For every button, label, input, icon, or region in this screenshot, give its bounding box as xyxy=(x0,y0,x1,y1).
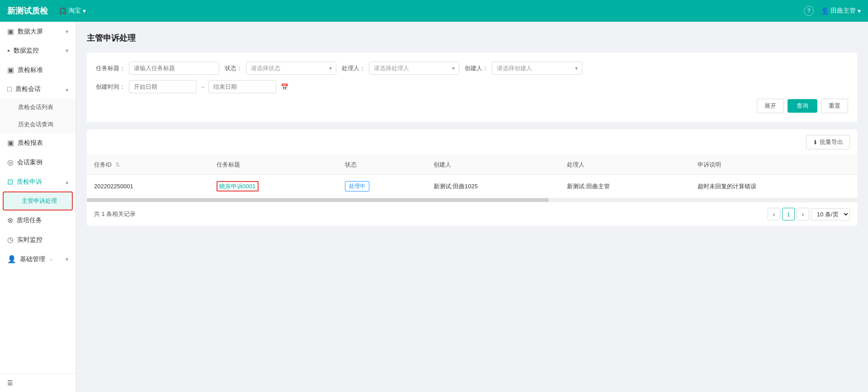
task-title-field: 任务标题： xyxy=(96,62,219,75)
nav-label: 淘宝 xyxy=(68,7,81,15)
create-time-label: 创建时间： xyxy=(96,83,125,91)
cell-appeal-note: 超时未回复的计算错误 xyxy=(690,175,857,198)
horizontal-scrollbar[interactable] xyxy=(87,198,857,202)
col-handler-label: 处理人 xyxy=(567,161,585,168)
table-wrap: 任务ID ⇅ 任务标题 状态 创建人 xyxy=(87,155,857,202)
creator-select-wrapper: 请选择创建人 xyxy=(492,62,582,75)
prev-page-button[interactable]: ‹ xyxy=(768,208,780,220)
header: 新测试质检 🎧 淘宝 ▾ ? 👤 田曲主管 ▾ xyxy=(0,0,868,22)
export-icon: ⬇ xyxy=(813,139,818,146)
export-label: 批量导出 xyxy=(820,138,843,146)
header-left: 新测试质检 🎧 淘宝 ▾ xyxy=(7,5,86,16)
sidebar-item-quality-chat-list[interactable]: 质检会话列表 xyxy=(0,99,75,116)
circle-icon: ○ xyxy=(50,257,53,262)
creator-field: 创建人： 请选择创建人 xyxy=(465,62,582,75)
sidebar-label-history-chat-query: 历史会话查询 xyxy=(18,121,53,128)
date-start-input[interactable] xyxy=(129,80,197,93)
chevron-quality-appeal-icon: ▴ xyxy=(66,179,68,185)
sidebar-label-basic-management: 基础管理 xyxy=(20,255,45,263)
sidebar-item-quality-appeal[interactable]: ⊡ 质检申诉 ▴ xyxy=(0,172,75,191)
current-page-button[interactable]: 1 xyxy=(782,208,795,220)
date-end-input[interactable] xyxy=(208,80,276,93)
sidebar-item-basic-management[interactable]: 👤 基础管理 ○ ▾ xyxy=(0,249,75,269)
sidebar-label-data-screen: 数据大屏 xyxy=(18,28,43,36)
pagination: 共 1 条相关记录 ‹ 1 › 10 条/页 xyxy=(87,202,857,226)
headset-icon: 🎧 xyxy=(59,7,66,14)
data-screen-icon: ▣ xyxy=(7,27,14,36)
sidebar-item-data-monitor[interactable]: ▪ 数据监控 ▾ xyxy=(0,41,75,60)
quality-chat-icon: □ xyxy=(7,85,12,93)
col-handler: 处理人 xyxy=(560,155,690,175)
layout: ▣ 数据大屏 ▾ ▪ 数据监控 ▾ ▣ 质检标准 □ 质检会话 ▴ 质检会话列表… xyxy=(0,22,868,392)
sidebar-item-quality-chat[interactable]: □ 质检会话 ▴ xyxy=(0,80,75,99)
search-row-1: 任务标题： 状态： 请选择状态 处理人： 请选择处理人 xyxy=(96,62,848,75)
sidebar-label-quality-report: 质检报表 xyxy=(18,139,43,147)
cell-handler: 新测试:田曲主管 xyxy=(560,175,690,198)
nav-chevron-icon: ▾ xyxy=(83,7,86,14)
col-appeal-note-label: 申诉说明 xyxy=(698,161,721,168)
quality-report-icon: ▣ xyxy=(7,139,14,147)
data-monitor-icon: ▪ xyxy=(7,47,10,55)
status-badge: 处理中 xyxy=(345,181,369,191)
expand-button[interactable]: 展开 xyxy=(757,99,784,113)
realtime-monitor-icon: ◷ xyxy=(7,235,14,244)
sidebar-item-quality-training[interactable]: ⊗ 质培任务 xyxy=(0,210,75,230)
sort-icon[interactable]: ⇅ xyxy=(115,162,120,168)
pagination-controls: ‹ 1 › 10 条/页 xyxy=(768,208,850,220)
sidebar-label-realtime-monitor: 实时监控 xyxy=(17,236,42,244)
sidebar-item-quality-report[interactable]: ▣ 质检报表 xyxy=(0,133,75,153)
status-select[interactable]: 请选择状态 xyxy=(246,62,336,75)
help-icon[interactable]: ? xyxy=(804,6,814,16)
pagination-total: 共 1 条相关记录 xyxy=(94,210,136,218)
task-title-link[interactable]: 晓东申诉0001 xyxy=(217,181,259,191)
col-appeal-note: 申诉说明 xyxy=(690,155,857,175)
reset-button[interactable]: 重置 xyxy=(821,99,848,113)
create-time-field: 创建时间： → 📅 xyxy=(96,80,288,93)
page-size-select[interactable]: 10 条/页 xyxy=(811,208,850,220)
handler-label: 处理人： xyxy=(342,64,365,72)
handler-select[interactable]: 请选择处理人 xyxy=(369,62,459,75)
header-right: ? 👤 田曲主管 ▾ xyxy=(804,6,861,16)
main-content: 主管申诉处理 任务标题： 状态： 请选择状态 处理人： xyxy=(76,22,868,392)
creator-select[interactable]: 请选择创建人 xyxy=(492,62,582,75)
sidebar: ▣ 数据大屏 ▾ ▪ 数据监控 ▾ ▣ 质检标准 □ 质检会话 ▴ 质检会话列表… xyxy=(0,22,76,392)
chevron-quality-chat-icon: ▴ xyxy=(66,86,68,92)
handler-field: 处理人： 请选择处理人 xyxy=(342,62,459,75)
chevron-data-monitor-icon: ▾ xyxy=(66,48,68,54)
sidebar-bottom: ☰ xyxy=(0,373,75,392)
table-body: 202202250001 晓东申诉0001 处理中 新测试:田曲1025 新测试… xyxy=(87,175,857,198)
col-task-title-label: 任务标题 xyxy=(217,161,240,168)
sidebar-item-history-chat-query[interactable]: 历史会话查询 xyxy=(0,116,75,133)
cell-task-title: 晓东申诉0001 xyxy=(209,175,338,198)
menu-collapse-icon[interactable]: ☰ xyxy=(7,379,13,387)
sidebar-item-chat-case[interactable]: ◎ 会话案例 xyxy=(0,153,75,172)
chevron-basic-management-icon: ▾ xyxy=(66,256,68,263)
cell-status: 处理中 xyxy=(338,175,426,198)
sidebar-item-realtime-monitor[interactable]: ◷ 实时监控 xyxy=(0,230,75,249)
cell-task-id: 202202250001 xyxy=(87,175,209,198)
sidebar-item-supervisor-appeal[interactable]: 主管申诉处理 xyxy=(3,191,73,210)
col-task-title: 任务标题 xyxy=(209,155,338,175)
sidebar-label-quality-appeal: 质检申诉 xyxy=(17,178,42,186)
query-button[interactable]: 查询 xyxy=(788,99,817,113)
task-title-input[interactable] xyxy=(129,62,219,75)
next-page-button[interactable]: › xyxy=(797,208,809,220)
search-panel: 任务标题： 状态： 请选择状态 处理人： 请选择处理人 xyxy=(87,53,857,122)
scrollbar-thumb[interactable] xyxy=(87,198,549,202)
sidebar-label-quality-chat: 质检会话 xyxy=(15,85,41,93)
user-menu[interactable]: 👤 田曲主管 ▾ xyxy=(821,7,861,15)
sidebar-item-quality-standard[interactable]: ▣ 质检标准 xyxy=(0,60,75,80)
date-range: → 📅 xyxy=(129,80,288,93)
quality-training-icon: ⊗ xyxy=(7,216,13,225)
quality-appeal-icon: ⊡ xyxy=(7,177,13,186)
table-toolbar: ⬇ 批量导出 xyxy=(87,129,857,155)
cell-creator: 新测试:田曲1025 xyxy=(426,175,560,198)
table-header: 任务ID ⇅ 任务标题 状态 创建人 xyxy=(87,155,857,175)
export-button[interactable]: ⬇ 批量导出 xyxy=(806,135,850,149)
sidebar-item-data-screen[interactable]: ▣ 数据大屏 ▾ xyxy=(0,22,75,41)
col-task-id-label: 任务ID xyxy=(94,161,112,168)
nav-menu[interactable]: 🎧 淘宝 ▾ xyxy=(59,7,86,15)
sidebar-label-data-monitor: 数据监控 xyxy=(14,47,39,55)
chevron-data-screen-icon: ▾ xyxy=(66,29,68,35)
col-status-label: 状态 xyxy=(345,161,357,168)
